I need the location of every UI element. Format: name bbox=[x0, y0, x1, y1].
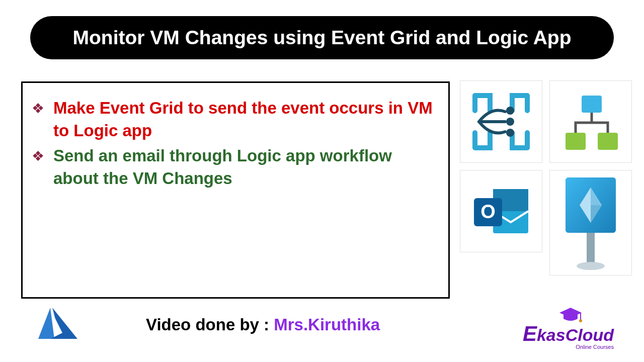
svg-rect-3 bbox=[582, 96, 602, 113]
ekas-prefix: E bbox=[523, 322, 537, 345]
icon-grid: O bbox=[460, 80, 634, 276]
svg-marker-19 bbox=[50, 308, 77, 339]
azure-icon bbox=[35, 304, 80, 346]
event-grid-icon bbox=[460, 80, 542, 163]
svg-rect-6 bbox=[598, 133, 618, 150]
bullet-item: ❖ Make Event Grid to send the event occu… bbox=[32, 97, 439, 142]
svg-text:O: O bbox=[480, 201, 496, 222]
svg-rect-16 bbox=[587, 233, 595, 263]
svg-rect-5 bbox=[566, 133, 586, 150]
ekascloud-logo: EkasCloud Online Courses bbox=[523, 322, 614, 350]
bullet-text-1: Make Event Grid to send the event occurs… bbox=[53, 97, 439, 142]
diamond-bullet-icon: ❖ bbox=[32, 148, 44, 164]
svg-point-1 bbox=[506, 118, 514, 126]
content-panel: ❖ Make Event Grid to send the event occu… bbox=[21, 81, 450, 299]
outlook-icon: O bbox=[460, 170, 542, 252]
diamond-bullet-icon: ❖ bbox=[32, 100, 44, 117]
svg-point-0 bbox=[506, 107, 514, 115]
credit-label: Video done by : bbox=[146, 315, 274, 334]
page-title: Monitor VM Changes using Event Grid and … bbox=[73, 27, 572, 49]
credit-line: Video done by : Mrs.Kiruthika bbox=[146, 315, 380, 334]
bullet-item: ❖ Send an email through Logic app workfl… bbox=[32, 145, 439, 190]
credit-name: Mrs.Kiruthika bbox=[274, 315, 380, 334]
svg-point-2 bbox=[506, 129, 514, 137]
title-banner: Monitor VM Changes using Event Grid and … bbox=[30, 16, 614, 59]
svg-marker-18 bbox=[38, 308, 54, 339]
bullet-text-2: Send an email through Logic app workflow… bbox=[53, 145, 439, 190]
svg-point-17 bbox=[577, 262, 605, 270]
ekas-name: kasCloud bbox=[537, 325, 614, 344]
azure-resource-icon bbox=[549, 170, 632, 276]
logic-app-icon bbox=[549, 80, 632, 163]
